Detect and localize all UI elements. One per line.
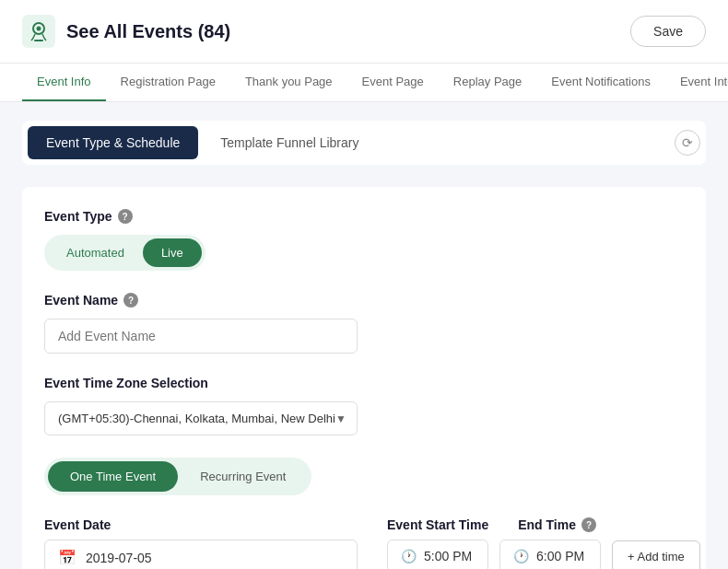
header: See All Events (84) Save	[0, 0, 728, 64]
event-type-label: Event Type ?	[44, 209, 684, 224]
one-time-event-option[interactable]: One Time Event	[48, 461, 178, 492]
recurring-event-option[interactable]: Recurring Event	[178, 461, 308, 492]
timezone-label: Event Time Zone Selection	[44, 376, 684, 390]
save-button[interactable]: Save	[630, 16, 706, 47]
add-time-button[interactable]: + Add time	[612, 540, 700, 570]
calendar-icon: 📅	[58, 549, 76, 566]
svg-rect-3	[34, 40, 43, 41]
event-name-help-icon[interactable]: ?	[123, 293, 138, 308]
end-time-value: 6:00 PM	[536, 549, 584, 563]
live-toggle[interactable]: Live	[143, 238, 202, 267]
event-date-group: Event Date 📅 2019-07-05	[44, 517, 358, 569]
automated-toggle[interactable]: Automated	[48, 238, 143, 267]
event-name-group: Event Name ?	[44, 293, 684, 354]
event-type-group: Event Type ? Automated Live	[44, 209, 684, 271]
datetime-row: Event Date 📅 2019-07-05 Event Start Time	[44, 517, 684, 569]
frequency-toggle: One Time Event Recurring Event	[44, 458, 311, 495]
frequency-group: One Time Event Recurring Event	[44, 458, 684, 495]
page-title: See All Events (84)	[66, 21, 230, 42]
sub-tab-event-type-schedule[interactable]: Event Type & Schedule	[28, 126, 198, 159]
time-group: Event Start Time End Time ? 🕐 5:00 PM	[387, 517, 700, 569]
tab-registration-page[interactable]: Registration Page	[106, 64, 230, 101]
tab-event-page[interactable]: Event Page	[347, 64, 439, 101]
svg-rect-0	[22, 15, 55, 48]
event-name-input[interactable]	[44, 319, 358, 354]
tab-event-info[interactable]: Event Info	[22, 64, 106, 101]
form-card: Event Type ? Automated Live Event Name ?	[22, 187, 706, 569]
header-left: See All Events (84)	[22, 15, 230, 48]
tab-event-notifications[interactable]: Event Notifications	[536, 64, 665, 101]
event-type-toggle: Automated Live	[44, 235, 205, 271]
event-date-input[interactable]: 📅 2019-07-05	[44, 540, 358, 569]
timezone-select[interactable]: (GMT+05:30)-Chennai, Kolkata, Mumbai, Ne…	[44, 401, 358, 435]
tab-thank-you-page[interactable]: Thank you Page	[230, 64, 347, 101]
end-time-input[interactable]: 🕐 6:00 PM	[499, 540, 601, 569]
event-date-label: Event Date	[44, 517, 358, 532]
nav-tabs: Event Info Registration Page Thank you P…	[0, 64, 728, 102]
tab-replay-page[interactable]: Replay Page	[439, 64, 536, 101]
event-start-time-label: Event Start Time	[387, 517, 488, 532]
start-time-clock-icon: 🕐	[401, 549, 417, 563]
end-time-clock-icon: 🕐	[513, 549, 529, 563]
content-area: Event Type & Schedule Template Funnel Li…	[0, 102, 728, 569]
event-name-label: Event Name ?	[44, 293, 684, 308]
event-type-help-icon[interactable]: ?	[118, 209, 133, 224]
tab-event-integration[interactable]: Event Integration	[665, 64, 728, 101]
refresh-icon[interactable]: ⟳	[675, 130, 700, 156]
timezone-group: Event Time Zone Selection (GMT+05:30)-Ch…	[44, 376, 684, 435]
sub-tabs-bar: Event Type & Schedule Template Funnel Li…	[22, 121, 706, 165]
start-time-value: 5:00 PM	[424, 549, 472, 563]
sub-tab-template-funnel-library[interactable]: Template Funnel Library	[202, 126, 377, 159]
end-time-label: End Time ?	[518, 517, 596, 532]
timezone-select-wrap: (GMT+05:30)-Chennai, Kolkata, Mumbai, Ne…	[44, 401, 358, 435]
time-fields-row: 🕐 5:00 PM 🕐 6:00 PM + Add time	[387, 540, 700, 569]
event-date-value: 2019-07-05	[86, 551, 152, 565]
start-time-input[interactable]: 🕐 5:00 PM	[387, 540, 488, 569]
end-time-help-icon[interactable]: ?	[581, 517, 596, 532]
svg-point-2	[37, 27, 41, 31]
sub-tab-left: Event Type & Schedule Template Funnel Li…	[28, 126, 377, 159]
app-logo-icon	[22, 15, 55, 48]
